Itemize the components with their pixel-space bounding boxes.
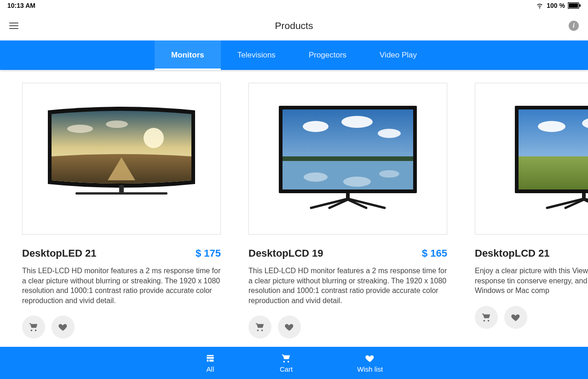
- cart-icon: [29, 322, 39, 332]
- add-to-cart-button[interactable]: [248, 316, 271, 339]
- nav-wishlist[interactable]: Wish list: [357, 353, 383, 373]
- status-time: 10:13 AM: [7, 2, 35, 9]
- svg-rect-11: [282, 156, 413, 161]
- product-card[interactable]: DesktopLCD 21 Enjoy a clear picture with…: [475, 83, 588, 339]
- tab-label: Monitors: [171, 51, 204, 60]
- heart-icon: [511, 312, 521, 322]
- svg-point-12: [303, 121, 329, 132]
- status-right: 100 %: [536, 2, 581, 9]
- store-icon: [205, 353, 215, 363]
- page-title: Products: [275, 20, 313, 31]
- add-to-wishlist-button[interactable]: [504, 306, 527, 329]
- product-image: [475, 83, 588, 235]
- product-name: DesktopLED 21: [22, 247, 96, 259]
- product-description: This LED-LCD HD monitor features a 2 ms …: [22, 266, 221, 305]
- heart-icon: [58, 322, 68, 332]
- product-description: Enjoy a clear picture with this View whi…: [475, 266, 588, 296]
- svg-rect-7: [119, 185, 124, 193]
- status-battery-text: 100 %: [547, 2, 565, 9]
- svg-point-17: [379, 170, 399, 178]
- app-bar: Products i: [0, 11, 588, 40]
- nav-label: All: [207, 365, 214, 373]
- svg-point-15: [304, 172, 328, 182]
- heart-icon: [365, 353, 375, 363]
- cart-icon: [481, 312, 491, 322]
- svg-point-16: [343, 177, 371, 187]
- add-to-cart-button[interactable]: [22, 316, 45, 339]
- svg-point-22: [538, 121, 565, 132]
- product-description: This LED-LCD HD monitor features a 2 ms …: [248, 266, 447, 305]
- add-to-wishlist-button[interactable]: [278, 316, 301, 339]
- product-image: [248, 83, 447, 235]
- category-tabs: Monitors Televisions Progectors Video Pl…: [0, 40, 588, 70]
- wifi-icon: [536, 2, 544, 9]
- tab-monitors[interactable]: Monitors: [155, 40, 221, 70]
- product-name: DesktopLCD 21: [475, 247, 550, 259]
- tab-label: Televisions: [237, 51, 276, 60]
- product-price: $ 165: [422, 247, 447, 259]
- svg-rect-21: [519, 156, 588, 190]
- tab-video-play[interactable]: Video Play: [363, 40, 433, 70]
- product-list[interactable]: DesktopLED 21 $ 175 This LED-LCD HD moni…: [0, 70, 588, 339]
- svg-point-13: [341, 116, 373, 128]
- nav-label: Wish list: [357, 365, 383, 373]
- product-name: DesktopLCD 19: [248, 247, 323, 259]
- svg-point-5: [106, 121, 128, 128]
- svg-point-14: [378, 129, 401, 138]
- tab-progectors[interactable]: Progectors: [292, 40, 363, 70]
- menu-icon[interactable]: [9, 20, 20, 31]
- nav-cart[interactable]: Cart: [280, 353, 293, 373]
- bottom-nav: All Cart Wish list: [0, 347, 588, 379]
- svg-point-4: [67, 125, 93, 133]
- battery-icon: [568, 2, 581, 9]
- cart-icon: [255, 322, 265, 332]
- tab-label: Video Play: [380, 51, 417, 60]
- tab-label: Progectors: [309, 51, 346, 60]
- heart-icon: [284, 322, 294, 332]
- nav-all[interactable]: All: [205, 353, 215, 373]
- svg-rect-1: [569, 3, 578, 7]
- product-card[interactable]: DesktopLED 21 $ 175 This LED-LCD HD moni…: [22, 83, 221, 339]
- tab-televisions[interactable]: Televisions: [221, 40, 292, 70]
- add-to-cart-button[interactable]: [475, 306, 498, 329]
- product-image: [22, 83, 221, 235]
- add-to-wishlist-button[interactable]: [52, 316, 75, 339]
- product-card[interactable]: DesktopLCD 19 $ 165 This LED-LCD HD moni…: [248, 83, 447, 339]
- cart-icon: [281, 353, 291, 363]
- svg-rect-2: [579, 4, 581, 7]
- nav-label: Cart: [280, 365, 293, 373]
- info-icon[interactable]: i: [569, 21, 579, 31]
- svg-point-3: [144, 128, 164, 148]
- status-bar: 10:13 AM 100 %: [0, 0, 588, 11]
- product-price: $ 175: [196, 247, 221, 259]
